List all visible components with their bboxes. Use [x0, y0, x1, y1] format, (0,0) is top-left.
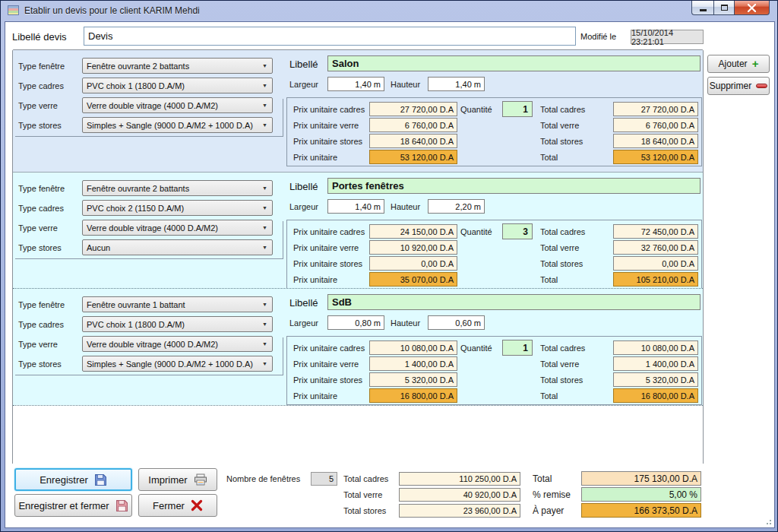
prix-unitaire-stores-value: 5 320,00 D.A: [369, 372, 457, 387]
total-label: Total: [540, 153, 558, 162]
largeur-label: Largeur: [289, 318, 318, 328]
type-fenetre-select[interactable]: Fenêtre ouvrante 2 battants ▼: [82, 58, 273, 74]
remise-field[interactable]: 5,00 %: [581, 487, 701, 502]
prix-unitaire-verre-value: 6 760,00 D.A: [369, 118, 457, 132]
prix-unitaire-cadres-value: 24 150,00 D.A: [369, 224, 457, 239]
quantite-field[interactable]: 1: [502, 340, 533, 356]
plus-icon: +: [752, 60, 759, 68]
hauteur-field[interactable]: 1,40 m: [428, 77, 485, 91]
nombre-de-fenetres-value: 5: [311, 472, 337, 486]
footer-total-stores-label: Total stores: [343, 506, 386, 515]
client-area: Libellé devis Modifié le 15/10/2014 23:2…: [5, 21, 775, 528]
supprimer-button-label: Supprimer: [710, 81, 751, 91]
price-panel: Prix unitaire cadres 24 150,00 D.A Prix …: [286, 220, 702, 289]
prix-unitaire-label: Prix unitaire: [293, 275, 337, 284]
prix-unitaire-cadres-label: Prix unitaire cadres: [293, 344, 365, 353]
chevron-down-icon: ▼: [259, 63, 272, 68]
libelle-devis-label: Libellé devis: [12, 31, 67, 43]
largeur-field[interactable]: 0,80 m: [327, 315, 384, 330]
type-fenetre-value: Fenêtre ouvrante 2 battants: [83, 62, 259, 71]
quantite-field[interactable]: 3: [502, 223, 533, 239]
prix-unitaire-cadres-label: Prix unitaire cadres: [293, 227, 365, 236]
total-verre-value: 1 400,00 D.A: [613, 356, 698, 371]
maximize-button[interactable]: [713, 1, 735, 15]
app-window: Etablir un devis pour le client KARIM Me…: [0, 0, 778, 532]
hauteur-label: Hauteur: [391, 80, 420, 89]
fermer-button[interactable]: Fermer: [138, 494, 217, 517]
hauteur-field[interactable]: 0,60 m: [428, 315, 485, 330]
prix-unitaire-value: 16 800,00 D.A: [369, 388, 457, 403]
prix-unitaire-cadres-value: 27 720,00 D.A: [369, 102, 457, 116]
minimize-icon: [700, 9, 707, 11]
libelle-label: Libellé: [289, 59, 318, 70]
maximize-icon: [721, 5, 728, 11]
window-controls: [691, 1, 770, 15]
libelle-field[interactable]: Salon: [327, 55, 701, 71]
group-divider: [15, 337, 283, 375]
enregistrer-et-fermer-button[interactable]: Enregistrer et fermer: [14, 494, 132, 517]
type-fenetre-value: Fenêtre ouvrante 2 battants: [83, 184, 259, 193]
window-item-section: Type fenêtre Fenêtre ouvrante 2 battants…: [13, 172, 703, 288]
libelle-field[interactable]: SdB: [327, 294, 701, 310]
nombre-de-fenetres-label: Nombre de fenêtres: [226, 474, 300, 483]
modified-label: Modifié le: [580, 32, 616, 41]
prix-unitaire-label: Prix unitaire: [293, 391, 337, 401]
total-verre-label: Total verre: [540, 359, 579, 369]
chevron-down-icon: ▼: [259, 205, 272, 211]
type-fenetre-select[interactable]: Fenêtre ouvrante 1 battant ▼: [82, 296, 273, 312]
type-cadres-label: Type cadres: [18, 204, 64, 213]
type-cadres-label: Type cadres: [18, 81, 64, 90]
total-label: Total: [540, 391, 558, 401]
prix-unitaire-verre-label: Prix unitaire verre: [293, 359, 359, 369]
footer-total-verre-label: Total verre: [343, 490, 382, 499]
total-verre-label: Total verre: [540, 243, 579, 252]
hauteur-field[interactable]: 2,20 m: [428, 199, 485, 214]
type-cadres-select[interactable]: PVC choix 1 (1800 D.A/M) ▼: [82, 78, 273, 93]
quantite-label: Quantité: [460, 105, 492, 114]
ajouter-button[interactable]: Ajouter +: [707, 55, 770, 73]
save-icon: [94, 473, 107, 486]
type-cadres-select[interactable]: PVC choix 1 (1800 D.A/M) ▼: [82, 316, 273, 332]
total-label: Total: [540, 275, 558, 284]
largeur-field[interactable]: 1,40 m: [327, 199, 384, 214]
app-icon: [8, 5, 19, 15]
prix-unitaire-verre-value: 1 400,00 D.A: [369, 356, 457, 371]
libelle-field[interactable]: Portes fenêtres: [327, 178, 701, 194]
type-cadres-value: PVC choix 1 (1800 D.A/M): [83, 320, 259, 329]
total-stores-label: Total stores: [540, 375, 583, 385]
total-verre-value: 32 760,00 D.A: [613, 240, 698, 255]
total-value: 53 120,00 D.A: [613, 150, 698, 164]
largeur-label: Largeur: [289, 202, 318, 211]
footer-total-stores-value: 23 960,00 D.A: [399, 504, 520, 518]
windows-list: Type fenêtre Fenêtre ouvrante 2 battants…: [12, 49, 704, 465]
total-value: 105 210,00 D.A: [613, 272, 698, 287]
enregistrer-et-fermer-button-label: Enregistrer et fermer: [18, 500, 109, 511]
footer-total-cadres-label: Total cadres: [343, 474, 388, 483]
total-stores-label: Total stores: [540, 137, 583, 146]
total-cadres-value: 27 720,00 D.A: [613, 102, 698, 116]
total-cadres-label: Total cadres: [540, 227, 585, 236]
close-icon: [748, 4, 756, 12]
total-cadres-label: Total cadres: [540, 344, 585, 353]
footer-total-label: Total: [533, 473, 552, 484]
close-button[interactable]: [735, 1, 770, 15]
enregistrer-button[interactable]: Enregistrer: [14, 468, 132, 491]
prix-unitaire-value: 35 070,00 D.A: [369, 272, 457, 287]
libelle-devis-input[interactable]: [84, 27, 576, 46]
minimize-button[interactable]: [691, 1, 713, 15]
type-fenetre-select[interactable]: Fenêtre ouvrante 2 battants ▼: [82, 180, 273, 196]
window-title: Etablir un devis pour le client KARIM Me…: [24, 5, 200, 16]
chevron-down-icon: ▼: [259, 185, 272, 191]
imprimer-button[interactable]: Imprimer: [138, 468, 217, 491]
type-cadres-select[interactable]: PVC choix 2 (1150 D.A/M) ▼: [82, 200, 273, 216]
quantite-field[interactable]: 1: [502, 101, 533, 117]
type-cadres-label: Type cadres: [18, 320, 64, 329]
resize-grip[interactable]: [764, 518, 772, 525]
largeur-field[interactable]: 1,40 m: [327, 77, 384, 91]
prix-unitaire-cadres-value: 10 080,00 D.A: [369, 340, 457, 355]
total-stores-value: 5 320,00 D.A: [613, 372, 698, 387]
total-verre-label: Total verre: [540, 121, 579, 130]
total-cadres-value: 72 450,00 D.A: [613, 224, 698, 239]
supprimer-button[interactable]: Supprimer: [707, 77, 770, 95]
prix-unitaire-stores-value: 0,00 D.A: [369, 256, 457, 271]
